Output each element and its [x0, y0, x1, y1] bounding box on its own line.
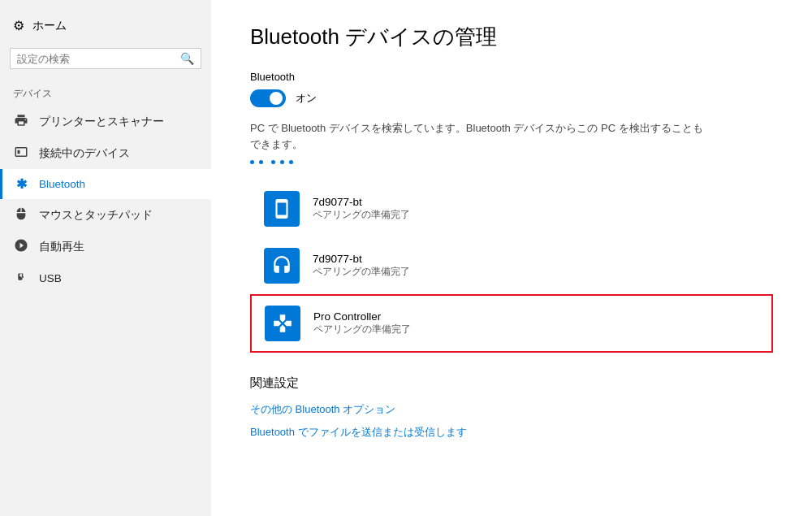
device-icon-box-1: [264, 191, 300, 227]
gamepad-icon: [272, 313, 293, 334]
usb-icon: [13, 270, 29, 287]
phone-icon: [271, 198, 292, 219]
device-info-1: 7d9077-bt ペアリングの準備完了: [313, 196, 410, 222]
home-label: ホーム: [32, 19, 67, 33]
sidebar-item-connected[interactable]: 接続中のデバイス: [0, 137, 211, 169]
sidebar-section-label: デバイス: [0, 79, 211, 106]
mouse-icon: [13, 206, 29, 223]
device-status-1: ペアリングの準備完了: [313, 208, 410, 222]
dot-5: [289, 160, 293, 164]
toggle-row: オン: [250, 89, 773, 107]
dot-1: [250, 160, 254, 164]
device-name-2: 7d9077-bt: [313, 253, 410, 265]
bluetooth-icon: ✱: [13, 176, 29, 192]
page-title: Bluetooth デバイスの管理: [250, 23, 773, 51]
sidebar-item-autoplay[interactable]: 自動再生: [0, 231, 211, 262]
sidebar: ⚙ ホーム 🔍 デバイス プリンターとスキャナー 接続中のデバイス ✱ Blue…: [0, 0, 211, 516]
device-icon-box-2: [264, 248, 300, 284]
dot-3: [271, 160, 275, 164]
device-icon-box-3: [265, 306, 300, 341]
headset-icon: [271, 255, 292, 276]
main-content: Bluetooth デバイスの管理 Bluetooth オン PC で Blue…: [211, 0, 812, 516]
search-input[interactable]: [17, 53, 180, 65]
device-status-2: ペアリングの準備完了: [313, 265, 410, 279]
device-name-1: 7d9077-bt: [313, 196, 410, 208]
usb-label: USB: [39, 272, 62, 284]
device-info-2: 7d9077-bt ペアリングの準備完了: [313, 253, 410, 279]
printers-label: プリンターとスキャナー: [39, 115, 164, 129]
device-name-3: Pro Controller: [313, 310, 411, 323]
bluetooth-label: Bluetooth: [39, 178, 85, 190]
related-settings-title: 関連設定: [250, 375, 773, 391]
search-icon: 🔍: [180, 52, 194, 65]
connected-label: 接続中のデバイス: [39, 146, 130, 161]
printers-icon: [13, 113, 29, 130]
related-link-2[interactable]: Bluetooth でファイルを送信または受信します: [250, 425, 773, 440]
autoplay-label: 自動再生: [39, 240, 84, 254]
connected-icon: [13, 145, 29, 162]
device-list: 7d9077-bt ペアリングの準備完了 7d9077-bt ペアリングの準備完…: [250, 180, 773, 353]
toggle-label: オン: [296, 91, 317, 106]
svg-rect-0: [18, 150, 20, 154]
bluetooth-toggle[interactable]: [250, 89, 286, 107]
sidebar-home-button[interactable]: ⚙ ホーム: [0, 10, 211, 41]
sidebar-item-usb[interactable]: USB: [0, 262, 211, 294]
sidebar-item-mouse[interactable]: マウスとタッチパッド: [0, 199, 211, 231]
autoplay-icon: [13, 238, 29, 255]
dot-2: [259, 160, 263, 164]
dot-4: [280, 160, 284, 164]
device-item-1[interactable]: 7d9077-bt ペアリングの準備完了: [250, 180, 773, 237]
sidebar-item-bluetooth[interactable]: ✱ Bluetooth: [0, 169, 211, 199]
bluetooth-description: PC で Bluetooth デバイスを検索しています。Bluetooth デバ…: [250, 120, 705, 152]
mouse-label: マウスとタッチパッド: [39, 208, 153, 223]
toggle-knob: [270, 92, 283, 105]
sidebar-item-printers[interactable]: プリンターとスキャナー: [0, 106, 211, 137]
device-info-3: Pro Controller ペアリングの準備完了: [313, 310, 411, 336]
device-item-2[interactable]: 7d9077-bt ペアリングの準備完了: [250, 237, 773, 294]
bluetooth-label-main: Bluetooth: [250, 71, 773, 83]
search-box[interactable]: 🔍: [10, 48, 201, 69]
device-item-3[interactable]: Pro Controller ペアリングの準備完了: [250, 294, 773, 353]
gear-icon: ⚙: [13, 18, 24, 33]
related-link-1[interactable]: その他の Bluetooth オプション: [250, 402, 773, 417]
loading-dots: [250, 160, 773, 164]
device-status-3: ペアリングの準備完了: [313, 323, 411, 336]
